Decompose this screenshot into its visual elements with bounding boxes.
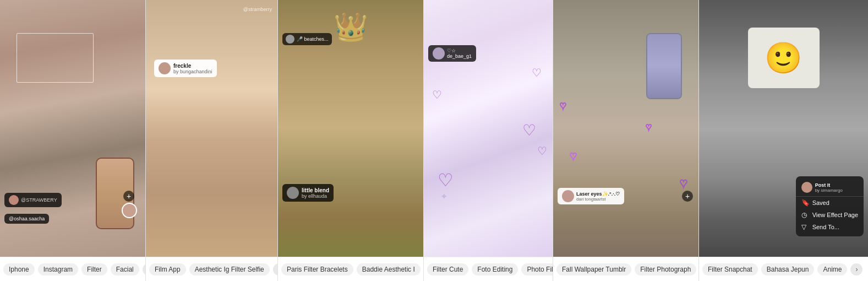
outline-heart-3: ♥ — [570, 149, 577, 163]
user-badge-4: ♡☆ de_bae_g1 — [428, 45, 476, 62]
tag-filter-photograph[interactable]: Filter Photograph — [635, 263, 696, 275]
tags-row-3: Paris Filter Bracelets Baddie Aesthetic … — [278, 257, 423, 281]
tag-filter-cute[interactable]: Filter Cute — [427, 263, 468, 275]
avatar-small-circle-1 — [122, 203, 137, 218]
tag-foto-editing[interactable]: Foto Editing — [472, 263, 518, 275]
selection-rectangle — [17, 33, 94, 83]
gallery-section-4: ♡☆ de_bae_g1 ♡ ♡ ♡ ♡ ♡ ✦ Filter Cute Fot… — [424, 0, 553, 281]
plus-icon-1[interactable]: + — [123, 191, 134, 202]
saved-icon: 🔖 — [801, 199, 809, 207]
tags-row-2: Film App Aesthetic Ig Filter Selfie › — [146, 257, 277, 281]
more-button-2[interactable]: › — [273, 263, 277, 275]
more-button-6[interactable]: › — [850, 263, 862, 275]
sparkle: ✦ — [440, 191, 447, 202]
image-area-6[interactable]: 🙂 Post It by simamargo 🔖 Saved — [699, 0, 868, 257]
user-badge-top-3: 🎤 beatches... — [282, 33, 332, 45]
tag-bahasa-jepun[interactable]: Bahasa Jepun — [761, 263, 815, 275]
tag-paris-bracelets[interactable]: Paris Filter Bracelets — [281, 263, 353, 275]
tag-facial[interactable]: Facial — [111, 263, 139, 275]
context-menu-6: Post It by simamargo 🔖 Saved ◷ View Effe… — [796, 176, 864, 236]
tag-iphone[interactable]: Iphone — [3, 263, 35, 275]
tag-aesthetic-ig[interactable]: Aesthetic Ig Filter Selfie — [189, 263, 270, 275]
filter-badge-3: little blend by ellhauda — [282, 184, 334, 202]
user-badge-bottom-1b: @oshaa.saacha — [4, 214, 49, 224]
tag-anime[interactable]: Anime — [817, 263, 847, 275]
view-effect-icon: ◷ — [801, 211, 809, 219]
outline-heart-4: ♥ — [680, 175, 687, 191]
tags-row-1: Iphone Instagram Filter Facial › — [0, 257, 145, 281]
watermark-2: @stramberry — [243, 7, 272, 12]
filter-badge-5: Laser eyes✨.°.·.♡ dari tongtaartst — [558, 188, 624, 204]
tag-fall-wallpaper[interactable]: Fall Wallpaper Tumblr — [556, 263, 631, 275]
gallery-section-2: freckle by bungachandini @stramberry Fil… — [146, 0, 278, 281]
gallery-section-1: @STRAWBERY @oshaa.saacha + Iphone Instag… — [0, 0, 146, 281]
image-area-4[interactable]: ♡☆ de_bae_g1 ♡ ♡ ♡ ♡ ♡ ✦ — [424, 0, 553, 257]
tags-row-6: Filter Snapchat Bahasa Jepun Anime › — [699, 257, 868, 281]
tags-row-4: Filter Cute Foto Editing Photo Filter › — [424, 257, 553, 281]
gallery-section-3: 👑 little blend by ellhauda 🎤 beatches...… — [278, 0, 424, 281]
outline-heart-1: ♥ — [560, 99, 566, 112]
menu-item-saved[interactable]: 🔖 Saved — [796, 197, 864, 209]
tag-photo-filter[interactable]: Photo Filter — [521, 263, 553, 275]
smiley-face-box: 🙂 — [748, 28, 820, 88]
tag-baddie-aesthetic[interactable]: Baddie Aesthetic I — [357, 263, 421, 275]
image-area-5[interactable]: ♥ ♥ ♥ ♥ Laser eyes✨.°.·.♡ dari tongtaart… — [553, 0, 698, 257]
image-area-3[interactable]: 👑 little blend by ellhauda 🎤 beatches... — [278, 0, 423, 257]
plus-icon-5[interactable]: + — [682, 191, 693, 202]
crown-decoration: 👑 — [334, 11, 368, 43]
gallery-section-6: 🙂 Post It by simamargo 🔖 Saved — [699, 0, 868, 281]
more-button-1[interactable]: › — [143, 263, 145, 275]
tag-instagram[interactable]: Instagram — [38, 263, 78, 275]
gallery-section-5: ♥ ♥ ♥ ♥ Laser eyes✨.°.·.♡ dari tongtaart… — [553, 0, 699, 281]
tag-filter-snapchat[interactable]: Filter Snapchat — [702, 263, 758, 275]
image-area-1[interactable]: @STRAWBERY @oshaa.saacha + — [0, 0, 145, 257]
gallery-container: @STRAWBERY @oshaa.saacha + Iphone Instag… — [0, 0, 868, 281]
tags-row-5: Fall Wallpaper Tumblr Filter Photograph … — [553, 257, 698, 281]
user-badge-bottom-1: @STRAWBERY — [4, 193, 62, 207]
outline-heart-2: ♥ — [646, 121, 652, 133]
filter-badge-2: freckle by bungachandini — [154, 60, 217, 77]
send-icon: ▽ — [801, 223, 809, 231]
image-area-2[interactable]: freckle by bungachandini @stramberry — [146, 0, 277, 257]
tag-film-app[interactable]: Film App — [149, 263, 186, 275]
menu-item-view-effect[interactable]: ◷ View Effect Page — [796, 209, 864, 221]
menu-item-send-to[interactable]: ▽ Send To... — [796, 221, 864, 233]
tag-filter[interactable]: Filter — [81, 263, 107, 275]
phone-in-hand — [646, 33, 682, 99]
